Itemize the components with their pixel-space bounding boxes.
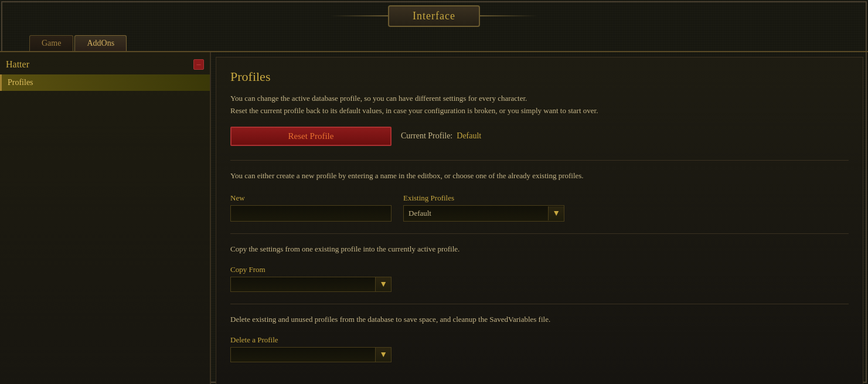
tabs-row: Game AddOns [0, 32, 868, 51]
window-title: Interface [413, 10, 455, 22]
delete-profile-value [231, 352, 375, 358]
tab-addons[interactable]: AddOns [74, 35, 127, 51]
delete-profile-dropdown[interactable]: ▼ [230, 347, 392, 362]
delete-chevron-down-icon: ▼ [379, 350, 387, 359]
title-plate: Interface [388, 5, 480, 27]
existing-profiles-label: Existing Profiles [403, 193, 564, 203]
existing-profiles-dropdown[interactable]: Default ▼ [403, 205, 564, 222]
reset-row: Reset Profile Current Profile: Default [230, 127, 849, 146]
new-profile-input[interactable] [230, 205, 392, 222]
divider-3 [230, 304, 849, 304]
new-profile-label: New [230, 193, 392, 203]
divider-2 [230, 233, 849, 234]
delete-description: Delete existing and unused profiles from… [230, 314, 849, 326]
sidebar-item-profiles[interactable]: Profiles [0, 74, 210, 91]
content-row: Hatter – Profiles Profiles You can chang… [0, 51, 868, 384]
current-profile-value: Default [457, 131, 481, 140]
sidebar: Hatter – Profiles [0, 52, 211, 384]
title-bar: Interface [0, 0, 868, 32]
profiles-row: New Existing Profiles Default ▼ [230, 193, 849, 222]
existing-profiles-arrow[interactable]: ▼ [548, 206, 564, 220]
current-profile-label: Current Profile: Default [401, 131, 481, 141]
delete-section: Delete existing and unused profiles from… [230, 314, 849, 362]
addon-toggle-button[interactable]: – [193, 59, 204, 70]
panel-title: Profiles [230, 69, 849, 84]
main-panel: Profiles You can change the active datab… [216, 57, 863, 384]
reset-profile-button[interactable]: Reset Profile [230, 127, 392, 146]
tab-game[interactable]: Game [29, 35, 73, 51]
copy-from-dropdown[interactable]: ▼ [230, 277, 392, 292]
copy-from-group: Copy From ▼ [230, 265, 849, 292]
toggle-icon: – [197, 60, 201, 69]
main-area: Game AddOns Hatter – Profiles Profiles Y… [0, 32, 868, 384]
new-profile-description: You can either create a new profile by e… [230, 170, 849, 182]
existing-profiles-value: Default [404, 206, 548, 221]
new-profile-group: New [230, 193, 392, 222]
copy-description: Copy the settings from one existing prof… [230, 243, 849, 256]
addon-header: Hatter – [0, 57, 210, 72]
delete-profile-group: Delete a Profile ▼ [230, 335, 849, 362]
copy-chevron-down-icon: ▼ [379, 280, 387, 289]
copy-from-value [231, 281, 375, 287]
delete-profile-label: Delete a Profile [230, 335, 849, 345]
existing-profiles-group: Existing Profiles Default ▼ [403, 193, 564, 222]
divider-1 [230, 160, 849, 161]
copy-from-arrow[interactable]: ▼ [375, 277, 391, 291]
addon-name: Hatter [6, 59, 29, 70]
copy-from-label: Copy From [230, 265, 849, 274]
chevron-down-icon: ▼ [552, 209, 560, 218]
copy-section: Copy the settings from one existing prof… [230, 243, 849, 292]
reset-description: You can change the active database profi… [230, 93, 849, 117]
delete-profile-arrow[interactable]: ▼ [375, 348, 391, 362]
